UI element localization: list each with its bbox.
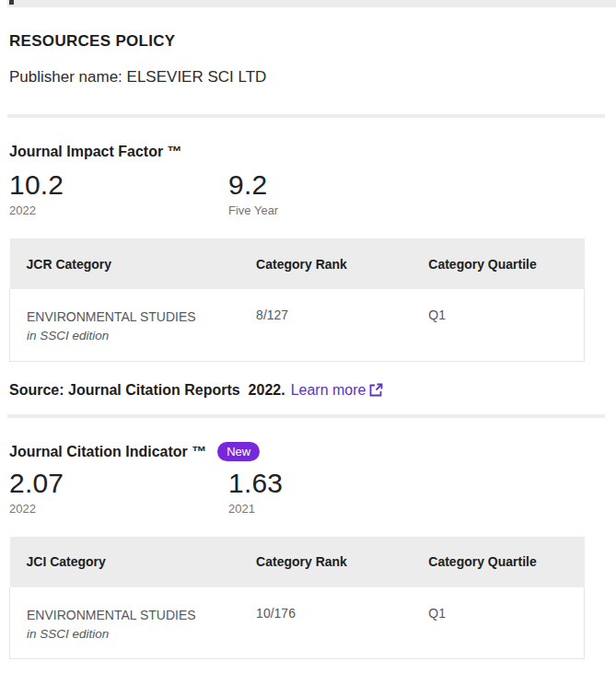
external-link-icon[interactable] (368, 382, 384, 398)
jci-heading: Journal Citation Indicator ™ (9, 442, 206, 461)
jcr-category-cell: ENVIRONMENTAL STUDIES in SSCI edition (10, 289, 240, 361)
jci-section-header: Journal Citation Indicator ™ New (9, 442, 616, 461)
jci-category-table: JCI Category Category Rank Category Quar… (9, 537, 585, 660)
category-edition: in SSCI edition (27, 624, 239, 644)
category-rank-column-header: Category Rank (239, 537, 412, 587)
jif-metric-five-year: 9.2 Five Year (228, 170, 447, 218)
category-edition: in SSCI edition (27, 326, 239, 345)
category-quartile-column-header: Category Quartile (412, 537, 584, 587)
category-quartile-cell: Q1 (412, 289, 584, 361)
table-header-row: JCR Category Category Rank Category Quar… (10, 238, 585, 289)
jci-value-2022: 2.07 (9, 469, 228, 498)
jif-value-five-year: 9.2 (228, 170, 447, 200)
category-name: ENVIRONMENTAL STUDIES (27, 606, 239, 624)
page-title: RESOURCES POLICY (9, 31, 616, 52)
jci-metrics: 2.07 2022 1.63 2021 (9, 469, 616, 516)
jcr-category-table: JCR Category Category Rank Category Quar… (9, 238, 585, 362)
jif-metric-current: 10.2 2022 (9, 170, 228, 218)
category-name: ENVIRONMENTAL STUDIES (27, 307, 239, 326)
jci-metric-2021: 1.63 2021 (228, 469, 447, 516)
jci-category-cell: ENVIRONMENTAL STUDIES in SSCI edition (10, 587, 240, 659)
table-row: ENVIRONMENTAL STUDIES in SSCI edition 8/… (10, 289, 585, 361)
category-rank-column-header: Category Rank (239, 238, 412, 289)
jif-label-five-year: Five Year (228, 203, 447, 218)
table-row: ENVIRONMENTAL STUDIES in SSCI edition 10… (10, 587, 585, 659)
jif-value-2022: 10.2 (9, 170, 228, 200)
learn-more-label[interactable]: Learn more (291, 380, 366, 400)
learn-more-link[interactable]: Learn more (291, 380, 385, 400)
jci-label-2022: 2022 (9, 502, 228, 516)
jif-label-2022: 2022 (9, 203, 228, 218)
jcr-source-line: Source: Journal Citation Reports 2022. L… (9, 380, 616, 400)
jif-metrics: 10.2 2022 9.2 Five Year (9, 170, 616, 218)
category-quartile-column-header: Category Quartile (412, 238, 584, 289)
section-divider (7, 114, 605, 118)
category-rank-cell: 10/176 (239, 587, 412, 659)
jif-section-header: Journal Impact Factor ™ (9, 142, 616, 161)
journal-metrics-panel: RESOURCES POLICY Publisher name: ELSEVIE… (0, 0, 616, 673)
clipped-top-strip (7, 0, 616, 7)
jci-label-2021: 2021 (228, 502, 447, 516)
new-badge: New (217, 442, 260, 461)
jif-heading: Journal Impact Factor ™ (9, 142, 182, 161)
section-divider (7, 414, 605, 418)
jci-category-column-header: JCI Category (10, 537, 240, 587)
jci-value-2021: 1.63 (228, 469, 447, 498)
publisher-name: Publisher name: ELSEVIER SCI LTD (9, 67, 616, 87)
jcr-category-column-header: JCR Category (10, 238, 240, 289)
jci-metric-2022: 2.07 2022 (9, 469, 228, 516)
clipped-element (9, 0, 14, 5)
table-header-row: JCI Category Category Rank Category Quar… (10, 537, 585, 587)
category-quartile-cell: Q1 (412, 587, 584, 659)
category-rank-cell: 8/127 (239, 289, 412, 361)
source-text: Source: Journal Citation Reports 2022. (9, 380, 285, 400)
